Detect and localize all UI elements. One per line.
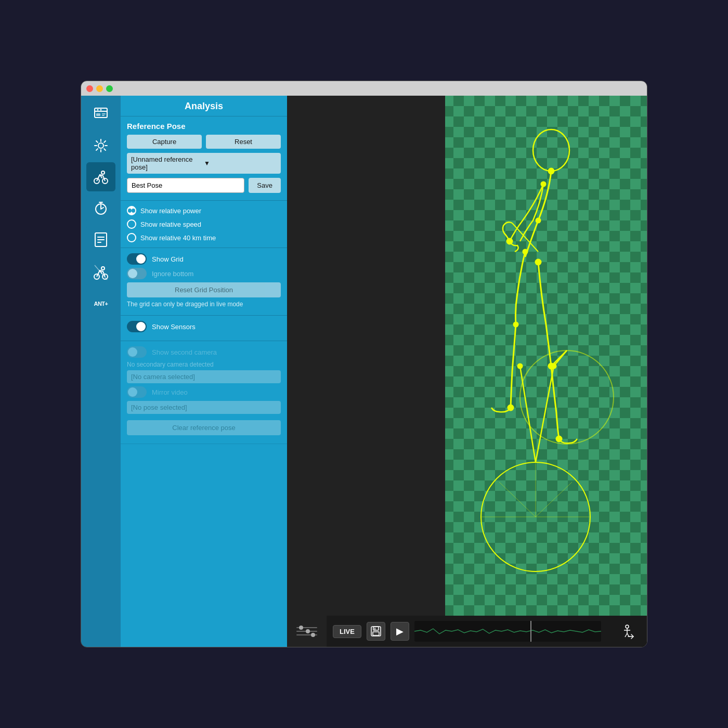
svg-point-43 (507, 239, 512, 244)
show-sensors-label: Show Sensors (152, 323, 196, 331)
svg-rect-4 (96, 113, 100, 116)
reset-button[interactable]: Reset (206, 135, 281, 149)
clear-reference-pose-button[interactable]: Clear reference pose (127, 420, 281, 435)
titlebar (81, 81, 647, 96)
capture-reset-row: Capture Reset (127, 135, 281, 149)
svg-line-60 (625, 633, 627, 637)
ignore-bottom-label: Ignore bottom (152, 270, 193, 278)
reference-pose-dropdown[interactable]: [Unnamed reference pose] ▼ (127, 153, 281, 174)
show-grid-label: Show Grid (152, 255, 184, 263)
show-sensors-toggle[interactable] (127, 321, 147, 332)
waveform-area[interactable] (414, 621, 601, 642)
svg-point-42 (541, 182, 545, 186)
svg-rect-6 (102, 115, 105, 116)
app-window: ANT+ Analysis Reference Pose Capture Res… (81, 81, 647, 647)
sliders-icon[interactable] (292, 623, 321, 640)
pose-export-icon[interactable] (613, 621, 642, 642)
show-second-camera-knob (128, 347, 137, 357)
svg-point-52 (536, 218, 540, 223)
slider-sidebar (287, 616, 327, 647)
mirror-video-knob (128, 387, 137, 397)
radio-time[interactable]: Show relative 40 km time (127, 233, 281, 242)
svg-point-50 (552, 364, 556, 368)
svg-line-40 (499, 482, 536, 517)
svg-point-30 (520, 350, 614, 444)
no-pose-value: [No pose selected] (131, 404, 277, 411)
pose-name-input[interactable] (127, 178, 244, 193)
sidebar-notes-icon[interactable] (86, 225, 115, 254)
radio-section: Show relative power Show relative speed … (121, 201, 287, 248)
svg-point-51 (518, 364, 522, 368)
svg-rect-55 (373, 632, 379, 635)
grid-section: Show Grid Ignore bottom Reset Grid Posit… (121, 248, 287, 316)
sidebar-settings-icon[interactable] (86, 131, 115, 160)
drag-info-text: The grid can only be dragged in live mod… (127, 301, 281, 308)
mirror-video-label: Mirror video (152, 388, 188, 396)
no-secondary-camera-text: No secondary camera detected (127, 361, 281, 368)
sidebar-profile-icon[interactable] (86, 100, 115, 129)
mirror-video-toggle[interactable] (127, 386, 147, 398)
show-sensors-knob (136, 322, 146, 331)
ignore-bottom-toggle[interactable] (127, 268, 147, 279)
radio-speed-circle (127, 219, 136, 229)
svg-rect-5 (102, 113, 106, 114)
icon-sidebar: ANT+ (81, 96, 121, 647)
show-grid-knob (136, 254, 146, 264)
ignore-bottom-knob (128, 269, 137, 278)
bottom-right-sidebar (607, 616, 647, 647)
show-second-camera-toggle[interactable] (127, 346, 147, 358)
floppy-disk-icon (370, 626, 382, 637)
close-button[interactable] (86, 85, 93, 92)
show-sensors-row: Show Sensors (127, 321, 281, 332)
save-button[interactable]: Save (249, 178, 281, 193)
no-camera-dropdown[interactable]: [No camera selected] (127, 370, 281, 383)
black-side-left (287, 96, 445, 616)
svg-rect-54 (373, 627, 379, 630)
ignore-bottom-row: Ignore bottom (127, 268, 281, 279)
svg-line-31 (536, 366, 554, 462)
sensors-section: Show Sensors (121, 316, 287, 341)
svg-line-23 (95, 265, 107, 280)
slider-dot-2 (306, 629, 310, 633)
play-button[interactable]: ▶ (391, 622, 409, 641)
video-area (287, 96, 647, 616)
slider-dot-3 (311, 633, 315, 637)
control-panel: Analysis Reference Pose Capture Reset [U… (121, 96, 287, 647)
reference-pose-label: Reference Pose (127, 122, 281, 131)
sidebar-stopwatch-icon[interactable] (86, 193, 115, 223)
no-camera-value: [No camera selected] (131, 373, 277, 381)
radio-power[interactable]: Show relative power (127, 206, 281, 215)
svg-point-49 (508, 405, 513, 410)
svg-point-57 (626, 625, 629, 628)
sidebar-cyclist-icon[interactable] (86, 162, 115, 191)
show-second-camera-row: Show second camera (127, 346, 281, 358)
reference-pose-section: Reference Pose Capture Reset [Unnamed re… (121, 116, 287, 201)
reference-pose-dropdown-value: [Unnamed reference pose] (131, 155, 204, 171)
ant-label: ANT+ (94, 301, 108, 307)
capture-button[interactable]: Capture (127, 135, 202, 149)
name-save-row: Save (127, 178, 281, 193)
sidebar-ant-icon[interactable]: ANT+ (86, 289, 115, 318)
panel-title: Analysis (121, 96, 287, 116)
live-button[interactable]: LIVE (333, 625, 361, 638)
svg-line-35 (512, 223, 538, 252)
save-recording-button[interactable] (367, 622, 385, 641)
cyclist-svg (458, 101, 634, 579)
svg-point-48 (556, 436, 562, 441)
slider-line-3 (296, 634, 317, 635)
svg-point-3 (100, 109, 102, 111)
minimize-button[interactable] (96, 85, 103, 92)
radio-speed[interactable]: Show relative speed (127, 219, 281, 229)
second-camera-section: Show second camera No secondary camera d… (121, 341, 287, 444)
maximize-button[interactable] (106, 85, 113, 92)
reset-grid-position-button[interactable]: Reset Grid Position (127, 282, 281, 297)
play-icon: ▶ (396, 626, 404, 637)
svg-point-7 (98, 143, 103, 148)
no-pose-dropdown[interactable]: [No pose selected] (127, 401, 281, 414)
show-grid-toggle[interactable] (127, 253, 147, 265)
svg-line-32 (520, 366, 536, 462)
radio-power-circle (127, 206, 136, 215)
bottom-bar-container: LIVE ▶ (287, 616, 647, 647)
sidebar-cyclist2-icon[interactable] (86, 258, 115, 287)
bottom-bar: LIVE ▶ (327, 616, 607, 647)
